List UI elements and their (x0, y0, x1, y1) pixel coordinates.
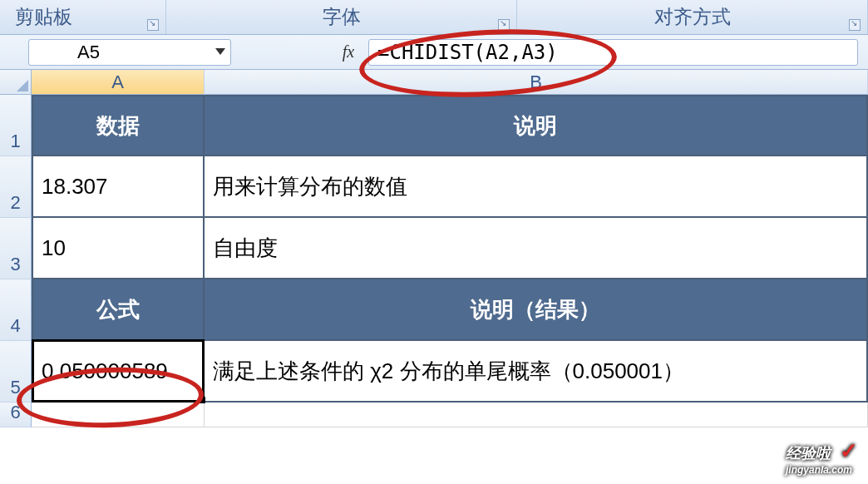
row-header-3[interactable]: 3 (0, 218, 32, 279)
ribbon-group-alignment: 对齐方式 (517, 0, 868, 34)
cell-b3[interactable]: 自由度 (205, 218, 868, 279)
watermark-url: jingyanla.com (786, 464, 858, 476)
column-headers: A B (0, 70, 868, 95)
cell-b2[interactable]: 用来计算分布的数值 (205, 156, 868, 218)
row-header-5[interactable]: 5 (0, 341, 32, 403)
formula-text: =CHIDIST(A2,A3) (377, 41, 558, 64)
table-row: 0.050000589 满足上述条件的 χ2 分布的单尾概率（0.050001） (32, 341, 868, 403)
table-row: 10 自由度 (32, 218, 868, 279)
ribbon-group-label: 对齐方式 (654, 4, 731, 30)
name-box-value: A5 (77, 42, 100, 63)
cell-a2[interactable]: 18.307 (32, 156, 205, 218)
ribbon-group-labels: 剪贴板 字体 对齐方式 (0, 0, 868, 35)
watermark-brand: 经验啦 (786, 445, 831, 462)
cell-b6[interactable] (205, 403, 868, 427)
dialog-launcher-icon[interactable] (147, 19, 159, 31)
ribbon-group-label: 字体 (323, 4, 361, 30)
column-header-b[interactable]: B (205, 70, 868, 95)
table-row (32, 403, 868, 427)
table-row: 18.307 用来计算分布的数值 (32, 156, 868, 218)
chevron-down-icon[interactable] (215, 48, 225, 55)
cell-a4[interactable]: 公式 (32, 279, 205, 341)
cell-b4[interactable]: 说明（结果） (205, 279, 868, 341)
ribbon-group-clipboard: 剪贴板 (0, 0, 166, 34)
ribbon-group-font: 字体 (166, 0, 517, 34)
row-header-1[interactable]: 1 (0, 95, 32, 156)
cell-a5[interactable]: 0.050000589 (32, 341, 205, 403)
row-header-2[interactable]: 2 (0, 156, 32, 218)
cell-b5[interactable]: 满足上述条件的 χ2 分布的单尾概率（0.050001） (205, 341, 868, 403)
row-headers: 1 2 3 4 5 6 (0, 95, 32, 427)
select-all-corner[interactable] (0, 70, 32, 95)
formula-bar: A5 fx =CHIDIST(A2,A3) (0, 35, 868, 70)
row-header-4[interactable]: 4 (0, 279, 32, 341)
table-row: 数据 说明 (32, 95, 868, 156)
row-header-6[interactable]: 6 (0, 403, 32, 427)
cell-a6[interactable] (32, 403, 205, 427)
table-row: 公式 说明（结果） (32, 279, 868, 341)
name-box[interactable]: A5 (28, 39, 231, 66)
ribbon-group-label: 剪贴板 (15, 4, 72, 30)
formula-input[interactable]: =CHIDIST(A2,A3) (368, 39, 858, 66)
cell-a1[interactable]: 数据 (32, 95, 205, 156)
spreadsheet-grid: 1 2 3 4 5 6 数据 说明 18.307 用来计算分布的数值 10 自由… (0, 95, 868, 427)
watermark: 经验啦 ✓ jingyanla.com (786, 438, 858, 476)
dialog-launcher-icon[interactable] (498, 19, 510, 31)
dialog-launcher-icon[interactable] (849, 19, 861, 31)
cell-b1[interactable]: 说明 (205, 95, 868, 156)
grid-body: 数据 说明 18.307 用来计算分布的数值 10 自由度 公式 说明（结果） … (32, 95, 868, 427)
cell-value: 0.050000589 (42, 358, 168, 384)
check-icon: ✓ (840, 438, 858, 463)
cell-a3[interactable]: 10 (32, 218, 205, 279)
fx-button[interactable]: fx (335, 41, 362, 64)
column-header-a[interactable]: A (32, 70, 205, 95)
